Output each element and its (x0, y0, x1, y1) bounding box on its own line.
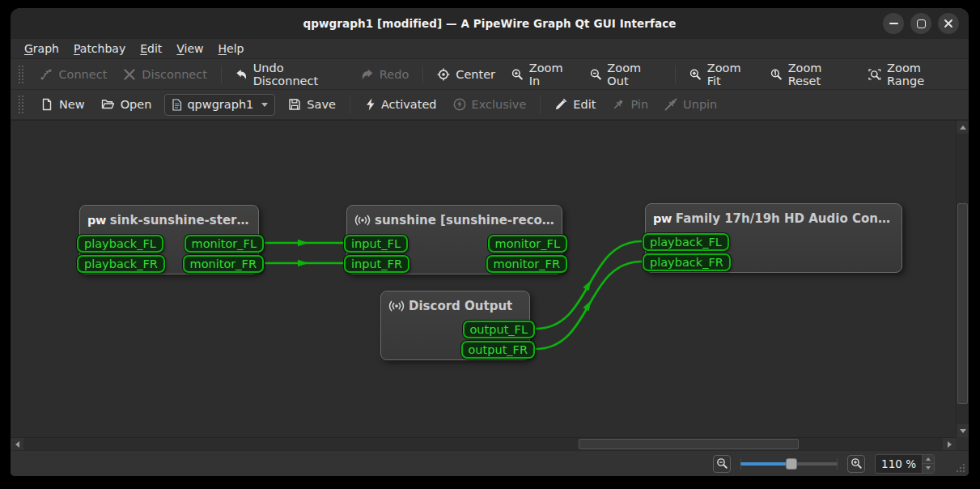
menu-view[interactable]: View (169, 40, 210, 57)
port-playback-fl[interactable]: playback_FL (643, 233, 729, 251)
scroll-left-button[interactable] (11, 438, 23, 451)
node-family-hd-audio[interactable]: pw Family 17h/19h HD Audio Contr... play… (645, 203, 902, 273)
zoom-reset-icon (770, 68, 783, 81)
chevron-down-icon (261, 103, 268, 107)
patchbay-select[interactable]: qpwgraph1 (164, 94, 275, 116)
save-button[interactable]: Save (280, 94, 344, 115)
toolbar-separator (675, 66, 676, 83)
pin-button[interactable]: Pin (604, 94, 656, 115)
toolbar-separator (540, 96, 541, 113)
node-header: Discord Output (381, 291, 529, 318)
spin-up-button[interactable] (923, 455, 934, 464)
status-zoom-in-button[interactable] (847, 455, 865, 473)
zoom-slider[interactable] (740, 456, 838, 472)
menu-help[interactable]: Help (211, 40, 252, 57)
status-zoom-out-button[interactable] (713, 455, 731, 473)
toolbar-drag-handle[interactable] (18, 95, 24, 114)
maximize-button[interactable] (910, 13, 931, 34)
pin-icon (612, 98, 625, 111)
graph-canvas[interactable]: pw sink-sunshine-stereo playback_FL moni… (11, 121, 956, 437)
zoom-reset-button[interactable]: Zoom Reset (762, 57, 861, 91)
vertical-scrollbar[interactable] (956, 121, 969, 437)
zoom-fit-button[interactable]: Zoom Fit (681, 57, 762, 91)
wire-arrow-icon (298, 240, 308, 246)
node-title: Family 17h/19h HD Audio Contr... (676, 211, 894, 226)
unpin-button[interactable]: Unpin (656, 94, 725, 115)
disconnect-button[interactable]: Disconnect (115, 64, 215, 85)
port-monitor-fl[interactable]: monitor_FL (185, 235, 264, 253)
node-sunshine[interactable]: sunshine [sunshine-record] input_FL moni… (346, 205, 562, 274)
port-input-fr[interactable]: input_FR (344, 255, 409, 273)
graph-toolbar: Connect Disconnect Undo Disconnect Redo (11, 59, 969, 90)
zoom-slider-handle[interactable] (786, 458, 797, 470)
redo-button[interactable]: Redo (353, 64, 417, 85)
open-button[interactable]: Open (93, 94, 160, 115)
zoom-out-icon (716, 457, 728, 470)
zoom-in-icon (851, 457, 863, 470)
port-monitor-fr[interactable]: monitor_FR (486, 255, 567, 273)
toolbar-drag-handle[interactable] (18, 65, 23, 84)
port-input-fl[interactable]: input_FL (344, 235, 408, 253)
activated-bolt-icon (364, 98, 375, 111)
titlebar[interactable]: qpwgraph1 [modified] — A PipeWire Graph … (11, 8, 969, 39)
close-button[interactable] (938, 13, 959, 34)
vertical-scrollbar-thumb[interactable] (957, 203, 968, 404)
port-monitor-fl[interactable]: monitor_FL (488, 235, 567, 253)
edit-button[interactable]: Edit (546, 94, 604, 115)
toolbar-separator (350, 96, 350, 113)
zoom-spinbox[interactable]: 110 % (875, 454, 935, 474)
minimize-button[interactable] (883, 13, 904, 34)
undo-disconnect-button[interactable]: Undo Disconnect (227, 57, 353, 91)
menu-graph[interactable]: Graph (17, 40, 66, 57)
statusbar: 110 % (11, 450, 969, 476)
app-window: qpwgraph1 [modified] — A PipeWire Graph … (11, 8, 969, 476)
port-monitor-fr[interactable]: monitor_FR (183, 255, 264, 273)
center-button[interactable]: Center (429, 64, 503, 85)
zoom-value: 110 % (876, 457, 922, 470)
port-playback-fl[interactable]: playback_FL (77, 235, 163, 253)
zoom-in-button[interactable]: Zoom In (503, 57, 582, 91)
scroll-up-button[interactable] (957, 121, 969, 134)
close-icon (944, 19, 953, 28)
unpin-icon (664, 98, 677, 111)
node-header: sunshine [sunshine-record] (347, 206, 562, 232)
spin-down-button[interactable] (923, 463, 934, 473)
port-playback-fr[interactable]: playback_FR (77, 255, 165, 273)
new-file-icon (40, 98, 53, 111)
node-discord-output[interactable]: Discord Output output_FL output_FR (380, 291, 530, 360)
redo-icon (361, 68, 374, 81)
zoom-range-icon (868, 68, 881, 81)
arrow-left-icon (15, 441, 19, 448)
resize-grip[interactable] (955, 462, 966, 474)
patchbay-file-icon (172, 99, 182, 111)
exclusive-button[interactable]: Exclusive (445, 94, 535, 115)
patchbay-select-value: qpwgraph1 (187, 98, 253, 111)
port-output-fl[interactable]: output_FL (463, 321, 536, 338)
zoom-out-button[interactable]: Zoom Out (582, 57, 669, 91)
pipewire-icon: pw (87, 214, 106, 227)
zoom-range-button[interactable]: Zoom Range (860, 57, 964, 91)
connect-button[interactable]: Connect (32, 64, 115, 85)
node-sink-sunshine-stereo[interactable]: pw sink-sunshine-stereo playback_FL moni… (79, 205, 259, 274)
undo-icon (235, 68, 248, 81)
menu-edit[interactable]: Edit (133, 40, 169, 57)
scroll-down-button[interactable] (957, 424, 969, 437)
connect-icon (40, 68, 53, 81)
menu-patchbay[interactable]: Patchbay (66, 40, 133, 57)
activated-button[interactable]: Activated (356, 94, 445, 115)
horizontal-scrollbar-thumb[interactable] (579, 439, 799, 449)
edit-pencil-icon (554, 98, 567, 111)
patchbay-toolbar: New Open qpwgraph1 Save (11, 90, 969, 120)
node-title: Discord Output (409, 299, 512, 313)
node-header: pw Family 17h/19h HD Audio Contr... (646, 204, 902, 231)
port-output-fr[interactable]: output_FR (461, 341, 536, 359)
scroll-right-button[interactable] (943, 438, 956, 451)
save-icon (288, 98, 301, 111)
port-playback-fr[interactable]: playback_FR (643, 253, 731, 271)
connections-layer (11, 121, 956, 437)
window-controls (883, 13, 959, 34)
arrow-up-icon (960, 125, 966, 130)
horizontal-scrollbar[interactable] (11, 437, 956, 450)
node-title: sink-sunshine-stereo (110, 213, 251, 227)
new-button[interactable]: New (32, 94, 93, 115)
